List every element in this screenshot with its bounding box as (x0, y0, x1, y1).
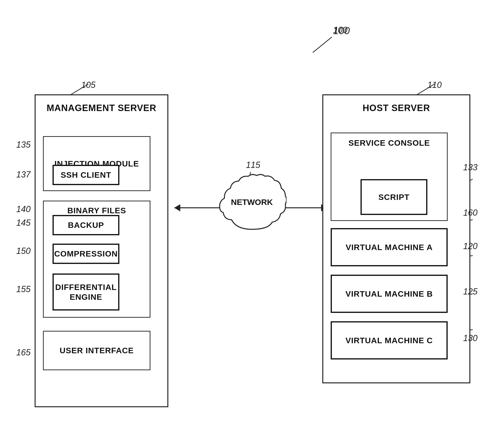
compression-box: COMPRESSION (53, 244, 119, 264)
ref-115: 115 (246, 160, 260, 170)
ref-133: 133 (463, 163, 478, 172)
ref-105: 105 (81, 80, 96, 90)
virtual-machine-a-box: VIRTUAL MACHINE A (331, 228, 448, 266)
svg-line-0 (313, 37, 332, 53)
ref-135: 135 (16, 140, 30, 150)
virtual-machine-c-label: VIRTUAL MACHINE C (345, 336, 433, 345)
script-box: SCRIPT (360, 179, 427, 215)
virtual-machine-c-box: VIRTUAL MACHINE C (331, 321, 448, 359)
service-console-label: SERVICE CONSOLE (331, 138, 447, 148)
virtual-machine-b-box: VIRTUAL MACHINE B (331, 275, 448, 313)
differential-engine-box: DIFFERENTIAL ENGINE (53, 273, 119, 310)
user-interface-box: USER INTERFACE (43, 331, 150, 370)
backup-box: BACKUP (53, 215, 119, 235)
host-server-title: HOST SERVER (332, 103, 461, 114)
binary-files-label: BINARY FILES (44, 206, 150, 215)
svg-text:NETWORK: NETWORK (231, 198, 273, 207)
virtual-machine-b-label: VIRTUAL MACHINE B (345, 289, 433, 299)
differential-engine-label: DIFFERENTIAL ENGINE (54, 282, 118, 302)
ref-137: 137 (16, 169, 30, 180)
diagram-container: 100 100 MANAGEMENT SERVER 105 INJECTION … (0, 0, 504, 423)
user-interface-label: USER INTERFACE (60, 346, 134, 355)
backup-label: BACKUP (68, 220, 104, 230)
ref-165: 165 (16, 348, 30, 357)
ref-150: 150 (16, 246, 30, 256)
ref-140: 140 (16, 204, 30, 214)
script-label: SCRIPT (378, 192, 410, 202)
management-server-title: MANAGEMENT SERVER (44, 103, 159, 114)
ssh-client-label: SSH CLIENT (61, 170, 111, 180)
ref-110: 110 (427, 80, 442, 90)
ssh-client-box: SSH CLIENT (53, 165, 119, 185)
virtual-machine-a-label: VIRTUAL MACHINE A (346, 242, 433, 252)
cloud-svg: NETWORK (217, 172, 287, 239)
ref-125: 125 (463, 287, 478, 297)
svg-marker-2 (174, 204, 180, 212)
ref-160: 160 (463, 208, 478, 218)
network-cloud: NETWORK (217, 172, 287, 239)
ref-120: 120 (463, 241, 478, 251)
ref-130: 130 (463, 333, 478, 343)
ref-155: 155 (16, 284, 30, 294)
compression-label: COMPRESSION (54, 249, 118, 259)
ref-145: 145 (16, 218, 30, 228)
